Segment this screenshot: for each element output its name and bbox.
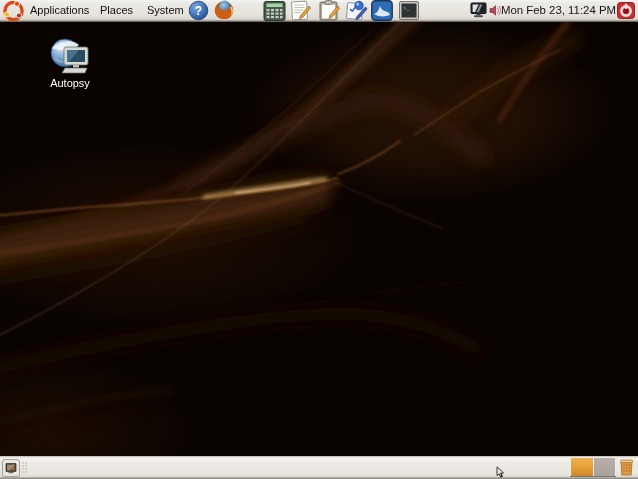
svg-text:?: ? [195, 4, 202, 18]
svg-text:>_: >_ [403, 5, 410, 12]
